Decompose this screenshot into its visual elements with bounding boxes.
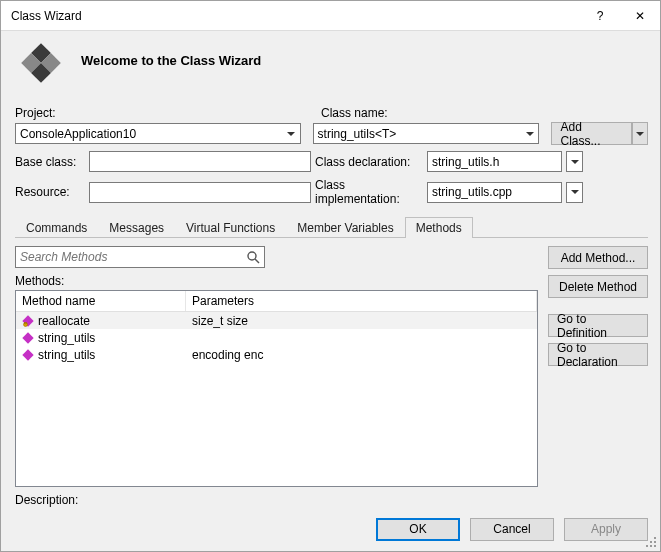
- tabstrip: CommandsMessagesVirtual FunctionsMember …: [15, 216, 648, 238]
- header: Welcome to the Class Wizard: [1, 31, 660, 102]
- svg-rect-13: [654, 541, 656, 543]
- classdecl-combo[interactable]: string_utils.h: [427, 151, 562, 172]
- methods-label: Methods:: [15, 274, 538, 288]
- classimpl-label: Class implementation:: [315, 178, 423, 206]
- tab-virtual-functions[interactable]: Virtual Functions: [175, 217, 286, 238]
- window-title: Class Wizard: [11, 9, 580, 23]
- project-label: Project:: [15, 106, 307, 120]
- dialog-footer: OK Cancel Apply: [1, 507, 660, 551]
- class-wizard-dialog: Class Wizard ? ✕ Welcome to the Class Wi…: [0, 0, 661, 552]
- baseclass-label: Base class:: [15, 155, 85, 169]
- tab-methods[interactable]: Methods: [405, 217, 473, 238]
- table-row[interactable]: string_utilsencoding enc: [16, 346, 537, 363]
- cell-parameters: size_t size: [186, 314, 537, 328]
- question-icon: ?: [597, 9, 604, 23]
- tab-messages[interactable]: Messages: [98, 217, 175, 238]
- table-row[interactable]: reallocatesize_t size: [16, 312, 537, 329]
- col-parameters[interactable]: Parameters: [186, 291, 537, 311]
- ok-button[interactable]: OK: [376, 518, 460, 541]
- svg-rect-10: [22, 349, 33, 360]
- cancel-button[interactable]: Cancel: [470, 518, 554, 541]
- chevron-down-icon: [567, 152, 582, 171]
- cell-method-name: reallocate: [16, 314, 186, 328]
- table-header: Method name Parameters: [16, 291, 537, 312]
- classname-label: Class name:: [321, 106, 388, 120]
- classimpl-combo[interactable]: string_utils.cpp: [427, 182, 562, 203]
- add-class-split-button[interactable]: Add Class...: [551, 122, 648, 145]
- page-title: Welcome to the Class Wizard: [81, 53, 261, 68]
- resize-grip-icon[interactable]: [644, 535, 658, 549]
- resource-field[interactable]: [89, 182, 311, 203]
- chevron-down-icon: [636, 132, 644, 136]
- close-icon: ✕: [635, 9, 645, 23]
- svg-rect-16: [654, 545, 656, 547]
- add-class-button[interactable]: Add Class...: [551, 122, 632, 145]
- svg-rect-9: [22, 332, 33, 343]
- delete-method-button[interactable]: Delete Method: [548, 275, 648, 298]
- cell-parameters: encoding enc: [186, 348, 537, 362]
- titlebar: Class Wizard ? ✕: [1, 1, 660, 31]
- classdecl-dropdown[interactable]: [566, 151, 583, 172]
- project-value: ConsoleApplication10: [16, 127, 283, 141]
- search-input[interactable]: [16, 250, 242, 264]
- go-definition-button[interactable]: Go to Definition: [548, 314, 648, 337]
- svg-rect-11: [654, 537, 656, 539]
- classname-combo[interactable]: string_utils<T>: [313, 123, 540, 144]
- tab-commands[interactable]: Commands: [15, 217, 98, 238]
- resource-label: Resource:: [15, 185, 85, 199]
- svg-point-4: [248, 252, 256, 260]
- methods-table: Method name Parameters reallocatesize_t …: [15, 290, 538, 487]
- chevron-down-icon: [283, 124, 300, 143]
- svg-line-5: [255, 259, 259, 263]
- col-method-name[interactable]: Method name: [16, 291, 186, 311]
- go-declaration-button[interactable]: Go to Declaration: [548, 343, 648, 366]
- chevron-down-icon: [521, 124, 538, 143]
- classdecl-label: Class declaration:: [315, 155, 423, 169]
- close-button[interactable]: ✕: [620, 1, 660, 31]
- apply-button: Apply: [564, 518, 648, 541]
- table-row[interactable]: string_utils: [16, 329, 537, 346]
- classname-value: string_utils<T>: [314, 127, 522, 141]
- search-icon[interactable]: [242, 250, 264, 264]
- search-box[interactable]: [15, 246, 265, 268]
- chevron-down-icon: [567, 183, 582, 202]
- add-class-dropdown[interactable]: [632, 122, 648, 145]
- help-button[interactable]: ?: [580, 1, 620, 31]
- side-buttons: Add Method... Delete Method Go to Defini…: [548, 246, 648, 507]
- cell-method-name: string_utils: [16, 331, 186, 345]
- svg-rect-14: [646, 545, 648, 547]
- classimpl-dropdown[interactable]: [566, 182, 583, 203]
- svg-rect-12: [650, 541, 652, 543]
- tab-member-variables[interactable]: Member Variables: [286, 217, 404, 238]
- table-body: reallocatesize_t sizestring_utilsstring_…: [16, 312, 537, 486]
- cell-method-name: string_utils: [16, 348, 186, 362]
- project-combo[interactable]: ConsoleApplication10: [15, 123, 301, 144]
- add-method-button[interactable]: Add Method...: [548, 246, 648, 269]
- wizard-icon: [19, 41, 63, 88]
- description-label: Description:: [15, 493, 538, 507]
- svg-point-7: [24, 322, 28, 326]
- baseclass-field[interactable]: [89, 151, 311, 172]
- svg-rect-15: [650, 545, 652, 547]
